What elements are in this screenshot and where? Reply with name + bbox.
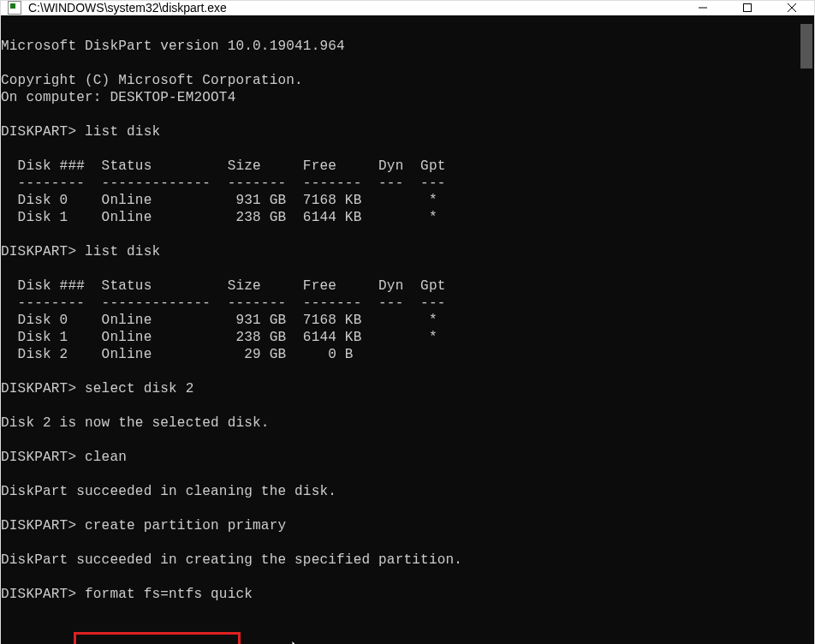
highlight-annotation xyxy=(74,632,241,644)
scrollbar[interactable] xyxy=(799,15,814,644)
computer-text: On computer: DESKTOP-EM2OOT4 xyxy=(1,89,799,106)
prompt-label: DISKPART> xyxy=(1,450,76,465)
command-text: format fs=ntfs quick xyxy=(76,587,253,602)
status-text: Disk 2 is now the selected disk. xyxy=(1,414,799,432)
prompt-line: DISKPART> list disk xyxy=(1,123,799,140)
status-text: DiskPart succeeded in creating the speci… xyxy=(1,552,799,569)
table-row: Disk 0 Online 931 GB 7168 KB * xyxy=(1,192,799,209)
table-row: Disk 1 Online 238 GB 6144 KB * xyxy=(1,329,799,346)
maximize-button[interactable] xyxy=(725,1,770,15)
window-controls xyxy=(681,1,814,15)
window-title: C:\WINDOWS\system32\diskpart.exe xyxy=(28,1,681,15)
cursor-icon xyxy=(292,641,306,644)
window: C:\WINDOWS\system32\diskpart.exe Microso… xyxy=(0,0,815,644)
table-divider: -------- ------------- ------- ------- -… xyxy=(1,175,799,192)
command-text: create partition primary xyxy=(76,518,286,534)
version-text: Microsoft DiskPart version 10.0.19041.96… xyxy=(1,38,799,55)
table-header: Disk ### Status Size Free Dyn Gpt xyxy=(1,277,799,295)
prompt-line: DISKPART> create partition primary xyxy=(1,517,799,534)
close-button[interactable] xyxy=(770,1,814,15)
prompt-line: DISKPART> select disk 2 xyxy=(1,380,799,397)
prompt-label: DISKPART> xyxy=(1,244,76,259)
prompt-label: DISKPART> xyxy=(1,587,76,602)
prompt-line: DISKPART> list disk xyxy=(1,243,799,260)
status-text: DiskPart succeeded in cleaning the disk. xyxy=(1,483,799,500)
command-text: select disk 2 xyxy=(76,381,193,397)
table-divider: -------- ------------- ------- ------- -… xyxy=(1,295,799,312)
scrollbar-thumb[interactable] xyxy=(800,24,812,69)
prompt-line: DISKPART> format fs=ntfs quick xyxy=(1,586,799,603)
svg-rect-1 xyxy=(744,4,752,12)
terminal-area: Microsoft DiskPart version 10.0.19041.96… xyxy=(1,15,814,644)
command-text: list disk xyxy=(76,124,160,140)
command-text: clean xyxy=(76,450,127,465)
copyright-text: Copyright (C) Microsoft Corporation. xyxy=(1,72,799,89)
table-row: Disk 1 Online 238 GB 6144 KB * xyxy=(1,209,799,226)
terminal-output[interactable]: Microsoft DiskPart version 10.0.19041.96… xyxy=(1,15,799,644)
prompt-line: DISKPART> clean xyxy=(1,449,799,466)
command-text: list disk xyxy=(76,244,160,259)
minimize-button[interactable] xyxy=(681,1,725,15)
table-row: Disk 0 Online 931 GB 7168 KB * xyxy=(1,312,799,329)
table-header: Disk ### Status Size Free Dyn Gpt xyxy=(1,158,799,175)
prompt-label: DISKPART> xyxy=(1,124,76,140)
table-row: Disk 2 Online 29 GB 0 B xyxy=(1,346,799,363)
prompt-label: DISKPART> xyxy=(1,518,76,534)
titlebar[interactable]: C:\WINDOWS\system32\diskpart.exe xyxy=(1,1,814,15)
prompt-label: DISKPART> xyxy=(1,381,76,397)
app-icon xyxy=(8,1,21,15)
